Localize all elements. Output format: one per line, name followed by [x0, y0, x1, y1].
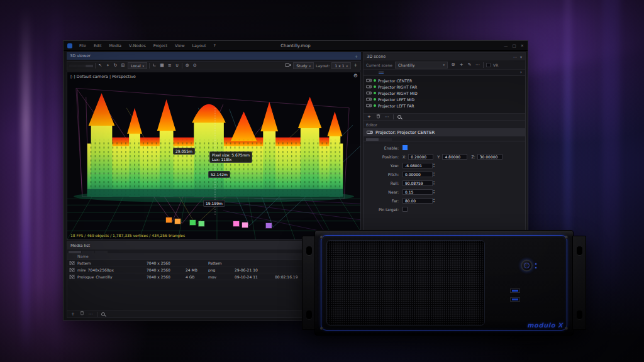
menu-item[interactable]: V-Nodes	[125, 43, 150, 48]
move-tool-icon[interactable]: ⌖	[105, 63, 111, 69]
collapse-panel-icon[interactable]: ▾	[520, 55, 522, 59]
scene-tab[interactable]	[374, 71, 379, 74]
projector-list-item[interactable]: Projector LEFT FAR	[364, 102, 525, 109]
status-led	[535, 263, 536, 265]
editor-title: Projector: Projector CENTER	[375, 130, 435, 135]
usb-port[interactable]	[510, 288, 520, 293]
viewport-toolbar: ↖ ⌖ ↻ ⊞ Local ▾ ∟ ▦ ≡ ∪ ⊕ ⊖	[67, 61, 361, 70]
zoom-out-icon[interactable]: ⊖	[192, 63, 197, 69]
view-tab[interactable]	[69, 65, 77, 67]
add-media-button[interactable]: +	[70, 311, 75, 317]
stepper-control[interactable]: ▴▾	[433, 172, 435, 177]
projector-list-item[interactable]: Projector CENTER	[364, 77, 525, 84]
projector-icon	[366, 97, 372, 101]
name-column-header[interactable]: Name	[77, 254, 89, 258]
stepper-control[interactable]: ▴▾	[433, 198, 435, 203]
projector-list-item[interactable]: Projector RIGHT FAR	[364, 84, 525, 90]
layout-dropdown[interactable]: 1 x 1 ▾	[331, 62, 351, 69]
scene-tab[interactable]	[364, 71, 369, 74]
media-type: mov	[208, 275, 232, 279]
transform-space-dropdown[interactable]: Local ▾	[128, 62, 147, 69]
grid-tool-icon[interactable]: ▦	[159, 63, 165, 69]
position-z-input[interactable]: 30.00000	[477, 154, 502, 160]
maximize-icon[interactable]: ▢	[512, 43, 516, 48]
scene-tab[interactable]	[399, 71, 404, 74]
delete-projector-button[interactable]	[375, 114, 380, 121]
position-y-input[interactable]: 4.80000	[442, 154, 467, 160]
menu-item[interactable]: View	[171, 43, 188, 48]
field-input[interactable]: -6.08001	[402, 163, 433, 168]
zoom-in-icon[interactable]: ⊕	[184, 63, 190, 69]
scale-tool-icon[interactable]: ⊞	[120, 63, 126, 69]
more-options-icon[interactable]: ⋯	[475, 62, 480, 68]
pixel-size-label: Pixel size: 5.675mm	[212, 153, 250, 157]
scene-tab[interactable]	[369, 71, 374, 74]
minimize-icon[interactable]: —	[504, 43, 508, 48]
media-name: mire_7040x2560px	[77, 268, 144, 272]
projector-list-toolbar: + ⋯	[364, 114, 525, 121]
search-icon[interactable]	[397, 115, 401, 119]
projector-list-item[interactable]: Projector RIGHT MID	[364, 90, 525, 96]
active-camera-label[interactable]: [-] Default camera | Perspective	[70, 74, 136, 79]
power-button[interactable]	[521, 260, 533, 272]
media-panel-title: Media list	[70, 243, 90, 248]
menu-item[interactable]: Media	[105, 43, 125, 48]
scene-tab[interactable]	[394, 71, 399, 74]
menu-item[interactable]: Layout	[188, 43, 209, 48]
scene-settings-gear-icon[interactable]: ⚙	[450, 62, 456, 68]
menu-item[interactable]: ?	[210, 43, 219, 48]
enable-checkbox[interactable]	[402, 145, 408, 150]
search-icon[interactable]	[101, 312, 105, 316]
stepper-control[interactable]: ▴▾	[433, 189, 435, 194]
field-input[interactable]: 90.08759	[402, 180, 433, 186]
study-dropdown[interactable]: Study ▾	[293, 62, 314, 69]
editor-tab[interactable]	[366, 138, 379, 141]
chevron-right-icon[interactable]: ›	[518, 70, 524, 75]
status-online-dot	[374, 92, 376, 94]
camera-icon[interactable]	[285, 63, 291, 69]
scene-tab[interactable]	[379, 71, 384, 74]
chevron-down-icon: ▾	[346, 64, 348, 68]
snap-tool-icon[interactable]: ≡	[167, 63, 172, 69]
stepper-control[interactable]: ▴▾	[433, 180, 435, 185]
add-projector-button[interactable]: +	[367, 114, 372, 120]
viewport-settings-gear-icon[interactable]: ⚙	[353, 73, 358, 79]
3d-viewport[interactable]: [-] Default camera | Perspective ⚙ 29.05…	[67, 72, 361, 240]
editor-tab[interactable]	[379, 138, 392, 141]
magnet-tool-icon[interactable]: ∪	[174, 63, 180, 69]
current-scene-dropdown[interactable]: Chantilly ▾	[395, 62, 448, 69]
projector-list-item[interactable]: Projector LEFT MID	[364, 96, 525, 102]
menu-item[interactable]: Project	[150, 43, 171, 48]
edit-scene-icon[interactable]: ✎	[467, 62, 472, 68]
angle-tool-icon[interactable]: ∟	[152, 63, 157, 69]
field-input[interactable]: 80.00	[402, 198, 433, 204]
stepper-control[interactable]: ▴▾	[433, 163, 435, 168]
current-scene-row: Current scene Chantilly ▾ ⚙ + ✎ ⋯ VR	[364, 60, 525, 70]
more-options-icon[interactable]: ⋯	[88, 311, 93, 317]
editor-field-row: Far: 80.00 ▴▾	[367, 197, 521, 204]
usb-port[interactable]	[510, 297, 520, 302]
field-label: Pitch:	[367, 172, 402, 177]
viewport-stats: 18 FPS / 469 objects / 1,787,335 vertice…	[70, 233, 185, 238]
menu-item[interactable]: File	[75, 43, 90, 48]
pin-target-checkbox[interactable]	[402, 207, 408, 212]
close-icon[interactable]: ✕	[521, 43, 524, 48]
add-view-icon[interactable]: +	[355, 54, 358, 58]
field-input[interactable]: 0.00000	[402, 172, 433, 177]
view-tab[interactable]	[86, 65, 93, 67]
select-tool-icon[interactable]: ↖	[97, 63, 103, 69]
panel-options-icon[interactable]: ⋯	[513, 55, 517, 59]
delete-media-button[interactable]	[79, 310, 84, 317]
rotate-tool-icon[interactable]: ↻	[113, 63, 118, 69]
more-options-icon[interactable]: ⋯	[384, 114, 389, 120]
vr-checkbox[interactable]	[486, 63, 491, 67]
scene-tab[interactable]	[389, 71, 394, 74]
viewer-panel-title: 3D viewer	[70, 53, 91, 58]
add-scene-icon[interactable]: +	[458, 62, 464, 68]
position-x-input[interactable]: 0.20000	[408, 154, 433, 160]
add-layout-button[interactable]: +	[353, 63, 358, 69]
field-input[interactable]: 0.15	[402, 189, 433, 195]
menu-item[interactable]: Edit	[90, 43, 106, 48]
view-tab[interactable]	[77, 65, 85, 67]
scene-tab[interactable]	[384, 71, 389, 74]
